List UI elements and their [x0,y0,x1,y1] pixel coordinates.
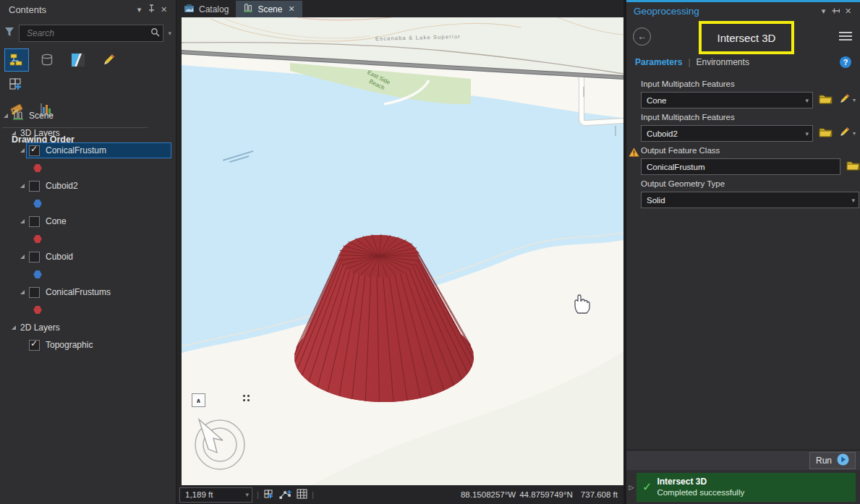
layer-visibility-checkbox[interactable] [29,340,40,351]
layer-visibility-checkbox[interactable] [29,181,40,192]
layer-symbol-swatch[interactable] [33,164,42,173]
expander-icon[interactable] [4,114,8,118]
coordinate-readout[interactable]: 88.1508257°W 44.8759749°N 737.608 ft [461,490,618,499]
panel-menu-caret-icon[interactable]: ▾ [133,5,145,14]
chevron-down-icon[interactable]: ▾ [853,97,856,103]
list-by-editing-button[interactable] [96,48,121,72]
tab-environments[interactable]: Environments [697,57,749,67]
browse-folder-icon[interactable] [819,93,833,107]
run-label: Run [816,456,832,466]
tab-scene[interactable]: Scene ✕ [236,1,302,17]
close-icon[interactable]: ✕ [158,5,170,14]
symbol-row[interactable] [0,265,174,283]
arcgis-pro-window: Contents ▾ ✕ ▾ [0,0,860,504]
input-features-2-combo[interactable]: Cuboid2 ▾ [641,125,813,142]
layer-label: ConicalFrustums [46,287,111,297]
contents-header: Contents ▾ ✕ [0,0,176,19]
chevron-down-icon: ▾ [805,130,809,137]
search-options-caret-icon[interactable]: ▾ [168,30,171,37]
layer-label: Topographic [46,340,93,350]
expander-icon[interactable] [12,325,16,330]
tree-group-3d-layers[interactable]: 3D Layers [0,124,174,142]
combo-value: Cuboid2 [647,129,678,138]
help-icon[interactable]: ? [840,56,851,68]
search-icon[interactable] [150,27,160,40]
elevation-value: 737.608 ft [581,490,618,499]
layer-row-cone[interactable]: Cone [0,213,174,230]
list-by-drawing-order-button[interactable] [4,48,29,72]
table-grid-icon[interactable] [297,489,307,500]
divider: | [312,490,314,499]
expander-icon[interactable] [20,184,25,188]
expand-result-icon[interactable]: ▷ [626,484,637,491]
param-row-output-feature-class: Output Feature Class ConicalFrustum [626,142,860,175]
layer-label: Cone [46,216,67,226]
filter-icon[interactable] [4,27,14,40]
run-button[interactable]: Run [809,452,856,469]
tree-group-2d-layers[interactable]: 2D Layers [0,319,174,336]
layer-symbol-swatch[interactable] [33,235,42,244]
pin-icon[interactable] [145,4,158,14]
list-by-selection-button[interactable] [66,48,90,72]
layer-symbol-swatch[interactable] [33,270,42,279]
group-label: 2D Layers [20,323,60,333]
tab-parameters[interactable]: Parameters [635,57,682,67]
expander-icon[interactable] [20,290,25,294]
divider: | [688,57,690,67]
tab-close-icon[interactable]: ✕ [288,4,294,14]
layer-visibility-checkbox[interactable] [29,287,40,298]
edit-pencil-icon[interactable] [838,93,850,108]
symbol-row[interactable] [0,301,174,319]
symbol-row[interactable] [0,195,174,213]
layer-visibility-checkbox[interactable] [29,216,40,227]
param-label: Output Feature Class [641,146,860,158]
layer-row-conicalfrustum[interactable]: ConicalFrustum [0,142,174,159]
output-feature-class-input[interactable]: ConicalFrustum [641,158,840,175]
contents-title: Contents [9,4,133,15]
expand-overlay-button[interactable]: ∧ [192,393,205,407]
tab-catalog[interactable]: Catalog [176,1,236,17]
list-by-snapping-button[interactable] [4,73,29,96]
output-geometry-type-combo[interactable]: Solid ▾ [641,192,859,208]
pin-icon[interactable] [830,7,842,17]
scale-selector[interactable]: 1,189 ft ▾ [179,487,252,503]
layer-symbol-swatch[interactable] [33,200,42,208]
menu-icon[interactable] [839,30,852,43]
browse-folder-icon[interactable] [819,127,833,140]
latitude-value: 44.8759749°N [519,490,573,499]
search-box[interactable] [19,25,163,42]
edit-pencil-icon[interactable] [838,127,850,141]
layer-row-topographic[interactable]: Topographic [0,336,174,354]
symbol-row[interactable] [0,159,174,177]
close-icon[interactable]: ✕ [842,7,854,16]
snapping-toggle-icon[interactable] [263,489,275,501]
expander-icon[interactable] [20,148,25,153]
input-features-1-combo[interactable]: Cone ▾ [641,92,813,108]
layer-row-conicalfrustums[interactable]: ConicalFrustums [0,283,174,301]
layer-visibility-checkbox[interactable] [29,252,40,262]
expander-icon[interactable] [20,255,25,259]
layer-row-cuboid2[interactable]: Cuboid2 [0,177,174,195]
edit-vertices-icon[interactable] [279,489,292,501]
geoprocessing-tabs: Parameters | Environments ? [635,56,851,68]
dock-handle-dots [243,395,250,401]
expander-icon[interactable] [20,219,25,223]
symbol-row[interactable] [0,230,174,248]
expander-icon[interactable] [12,131,16,135]
chevron-down-icon[interactable]: ▾ [853,130,856,137]
scene-viewport[interactable]: Escanaba & Lake Superior East Side Beach [176,17,623,485]
layer-symbol-swatch[interactable] [33,306,42,315]
search-input[interactable] [25,27,150,39]
scene-statusbar: 1,189 ft ▾ | | 88.1508257°W 44.8759749°N… [176,485,623,504]
panel-menu-caret-icon[interactable]: ▾ [817,7,830,16]
browse-folder-icon[interactable] [846,160,860,174]
basemap: Escanaba & Lake Superior East Side Beach [182,17,623,485]
tree-item-scene[interactable]: Scene [0,107,174,124]
layer-row-cuboid[interactable]: Cuboid [0,248,174,265]
layer-visibility-checkbox[interactable] [29,145,40,156]
play-icon [837,453,849,468]
layer-label: Cuboid2 [46,181,78,191]
list-by-data-source-button[interactable] [35,48,59,72]
back-button[interactable]: ← [633,27,651,46]
result-banner[interactable]: ✓ Intersect 3D Completed successfully [637,473,856,502]
